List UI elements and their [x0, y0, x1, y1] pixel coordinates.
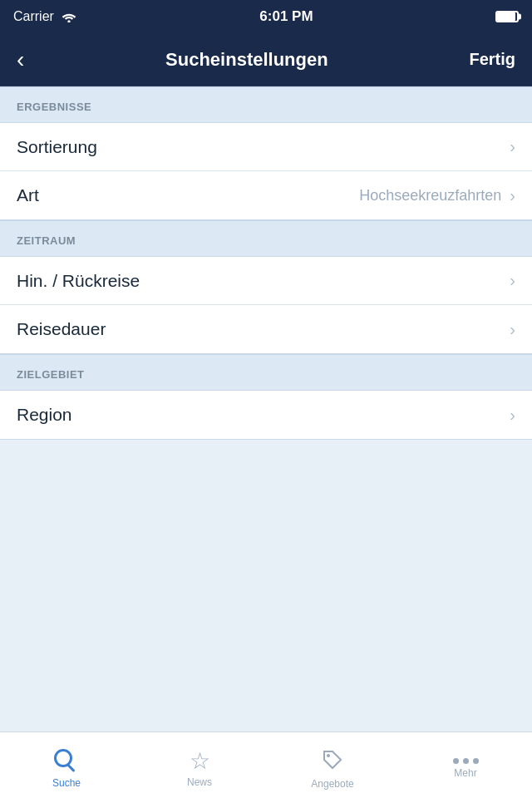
nav-bar: ‹ Sucheinstellungen Fertig — [0, 33, 532, 86]
more-icon — [453, 758, 479, 764]
star-icon: ☆ — [190, 750, 210, 773]
zeitraum-header: ZEITRAUM — [0, 220, 532, 257]
carrier-label: Carrier — [13, 9, 54, 24]
sortierung-label: Sortierung — [17, 137, 97, 157]
zeitraum-items: Hin. / Rückreise › Reisedauer › — [0, 257, 532, 354]
zielgebiet-header: ZIELGEBIET — [0, 354, 532, 391]
zielgebiet-items: Region › — [0, 391, 532, 440]
zeitraum-section: ZEITRAUM Hin. / Rückreise › Reisedauer › — [0, 220, 532, 354]
status-bar: Carrier 6:01 PM — [0, 0, 532, 33]
reisedauer-chevron: › — [510, 320, 515, 339]
hin-rueckreise-item[interactable]: Hin. / Rückreise › — [0, 257, 532, 305]
art-label: Art — [17, 185, 39, 205]
art-value: Hochseekreuzfahrten — [359, 187, 501, 204]
tag-icon — [321, 748, 344, 775]
tab-mehr[interactable]: Mehr — [399, 732, 532, 798]
reisedauer-label: Reisedauer — [17, 319, 106, 339]
zielgebiet-section: ZIELGEBIET Region › — [0, 354, 532, 440]
tab-suche[interactable]: Suche — [0, 732, 133, 798]
sortierung-item[interactable]: Sortierung › — [0, 123, 532, 171]
reisedauer-right: › — [510, 320, 515, 339]
tab-suche-label: Suche — [52, 777, 81, 789]
ergebnisse-section: ERGEBNISSE Sortierung › Art Hochseekreuz… — [0, 86, 532, 220]
ergebnisse-items: Sortierung › Art Hochseekreuzfahrten › — [0, 123, 532, 220]
back-button[interactable]: ‹ — [17, 47, 24, 73]
hin-rueckreise-label: Hin. / Rückreise — [17, 271, 140, 291]
tab-news[interactable]: ☆ News — [133, 732, 266, 798]
hin-rueckreise-chevron: › — [510, 271, 515, 290]
main-content: ERGEBNISSE Sortierung › Art Hochseekreuz… — [0, 86, 532, 732]
sortierung-chevron: › — [510, 137, 515, 156]
reisedauer-item[interactable]: Reisedauer › — [0, 305, 532, 353]
tab-angebote-label: Angebote — [311, 778, 353, 790]
hin-rueckreise-right: › — [510, 271, 515, 290]
region-right: › — [510, 406, 515, 425]
tab-news-label: News — [187, 776, 212, 788]
svg-point-1 — [327, 754, 330, 757]
search-icon — [54, 749, 79, 774]
art-right: Hochseekreuzfahrten › — [359, 186, 515, 205]
fertig-button[interactable]: Fertig — [469, 50, 515, 69]
art-chevron: › — [510, 186, 515, 205]
nav-title: Sucheinstellungen — [165, 49, 328, 71]
status-bar-right — [495, 11, 519, 22]
tab-mehr-label: Mehr — [454, 767, 476, 779]
status-bar-left: Carrier — [13, 9, 77, 24]
region-chevron: › — [510, 406, 515, 425]
ergebnisse-header: ERGEBNISSE — [0, 86, 532, 123]
status-bar-time: 6:01 PM — [259, 8, 313, 25]
sortierung-right: › — [510, 137, 515, 156]
svg-point-0 — [67, 20, 70, 22]
tab-angebote[interactable]: Angebote — [266, 732, 399, 798]
region-label: Region — [17, 405, 72, 425]
art-item[interactable]: Art Hochseekreuzfahrten › — [0, 171, 532, 219]
region-item[interactable]: Region › — [0, 391, 532, 439]
battery-icon — [495, 11, 519, 22]
tab-bar: Suche ☆ News Angebote Mehr — [0, 732, 532, 798]
wifi-icon — [61, 11, 77, 22]
